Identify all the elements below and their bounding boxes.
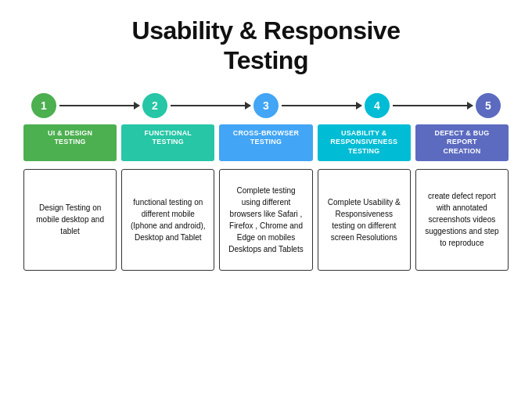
step-label-4: USABILITY & RESPONSIVENESS TESTING bbox=[318, 124, 411, 161]
step-card-1: Design Testing on mobile desktop and tab… bbox=[23, 169, 117, 271]
step-circle-5: 5 bbox=[476, 93, 501, 118]
step-label-3: CROSS-BROWSER TESTING bbox=[219, 124, 312, 161]
step-labels-row: UI & DESIGN TESTING FUNCTIONAL TESTING C… bbox=[23, 124, 509, 161]
step-group-5: 5 bbox=[476, 93, 501, 118]
step-group-1: 1 bbox=[31, 93, 142, 118]
arrow-4 bbox=[393, 105, 473, 106]
step-circle-4: 4 bbox=[365, 93, 390, 118]
step-cards-row: Design Testing on mobile desktop and tab… bbox=[23, 169, 509, 271]
step-card-4: Complete Usability & Responsiveness test… bbox=[318, 169, 411, 271]
step-card-5: create defect report with annotated scre… bbox=[415, 169, 509, 271]
page-title: Usability & Responsive Testing bbox=[132, 16, 401, 76]
step-numbers-row: 1 2 3 4 5 bbox=[23, 93, 509, 118]
step-card-2: functional testing on different mobile (… bbox=[121, 169, 214, 271]
step-circle-3: 3 bbox=[253, 93, 279, 118]
step-label-1: UI & DESIGN TESTING bbox=[23, 124, 117, 161]
arrow-1 bbox=[59, 105, 139, 106]
step-group-3: 3 bbox=[253, 93, 365, 118]
arrow-3 bbox=[282, 105, 361, 106]
step-circle-1: 1 bbox=[31, 93, 56, 118]
flow-diagram: 1 2 3 4 5 bbox=[23, 93, 509, 271]
step-label-2: FUNCTIONAL TESTING bbox=[121, 124, 214, 161]
step-label-5: DEFECT & BUG REPORT CREATION bbox=[415, 124, 509, 161]
arrow-2 bbox=[171, 105, 250, 106]
step-group-2: 2 bbox=[142, 93, 253, 118]
step-circle-2: 2 bbox=[142, 93, 167, 118]
step-card-3: Complete testing using different browser… bbox=[219, 169, 312, 271]
step-group-4: 4 bbox=[365, 93, 476, 118]
